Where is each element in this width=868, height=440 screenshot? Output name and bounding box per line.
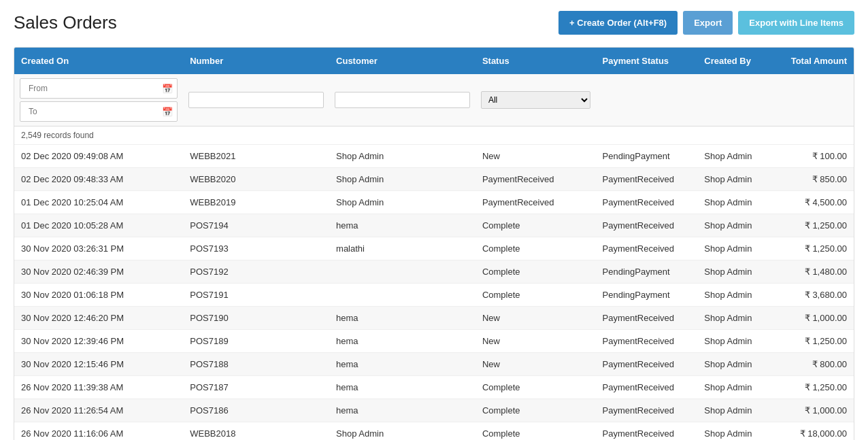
date-to-wrap[interactable]: 📅 (20, 101, 178, 122)
cell-status: Complete (475, 260, 596, 284)
table-row[interactable]: 01 Dec 2020 10:05:28 AM POS7194 hema Com… (14, 214, 854, 237)
cell-customer: malathi (329, 237, 475, 260)
cell-total-amount: ₹ 100.00 (771, 145, 854, 168)
cell-total-amount: ₹ 1,250.00 (771, 330, 854, 353)
cell-customer: hema (329, 399, 475, 422)
filter-row: 📅 📅 (14, 74, 854, 126)
table-row[interactable]: 30 Nov 2020 02:46:39 PM POS7192 Complete… (14, 260, 854, 284)
create-order-button[interactable]: + Create Order (Alt+F8) (558, 11, 678, 35)
table-row[interactable]: 30 Nov 2020 12:46:20 PM POS7190 hema New… (14, 307, 854, 330)
export-button[interactable]: Export (683, 11, 733, 35)
calendar-to-icon[interactable]: 📅 (162, 107, 173, 117)
table-row[interactable]: 30 Nov 2020 12:15:46 PM POS7188 hema New… (14, 353, 854, 376)
cell-customer: hema (329, 376, 475, 399)
orders-table: Created On Number Customer Status Paymen… (14, 48, 854, 440)
cell-payment-status: PaymentReceived (596, 307, 698, 330)
status-filter-select[interactable]: All New Complete PaymentReceived (481, 91, 590, 109)
customer-filter-cell (329, 74, 475, 126)
cell-status: Complete (475, 399, 596, 422)
cell-created-by: Shop Admin (697, 307, 771, 330)
cell-created-on: 01 Dec 2020 10:05:28 AM (14, 214, 183, 237)
cell-total-amount: ₹ 1,250.00 (771, 376, 854, 399)
table-row[interactable]: 30 Nov 2020 12:39:46 PM POS7189 hema New… (14, 330, 854, 353)
cell-status: Complete (475, 284, 596, 307)
cell-number: POS7190 (183, 307, 329, 330)
cell-created-by: Shop Admin (697, 330, 771, 353)
records-count-row: 2,549 records found (14, 126, 854, 145)
cell-payment-status: PaymentReceived (596, 330, 698, 353)
cell-total-amount: ₹ 3,680.00 (771, 284, 854, 307)
page-header: Sales Orders + Create Order (Alt+F8) Exp… (14, 11, 854, 35)
cell-status: Complete (475, 422, 596, 441)
export-line-items-button[interactable]: Export with Line Items (738, 11, 854, 35)
cell-customer (329, 260, 475, 284)
cell-payment-status: PaymentReceived (596, 168, 698, 191)
cell-created-by: Shop Admin (697, 422, 771, 441)
cell-total-amount: ₹ 18,000.00 (771, 422, 854, 441)
table-row[interactable]: 26 Nov 2020 11:16:06 AM WEBB2018 Shop Ad… (14, 422, 854, 441)
payment-status-filter-cell (596, 74, 698, 126)
cell-status: New (475, 353, 596, 376)
cell-number: WEBB2021 (183, 145, 329, 168)
table-row[interactable]: 01 Dec 2020 10:25:04 AM WEBB2019 Shop Ad… (14, 191, 854, 214)
cell-status: PaymentReceived (475, 168, 596, 191)
cell-status: Complete (475, 376, 596, 399)
col-header-payment-status: Payment Status (596, 48, 698, 74)
table-row[interactable]: 26 Nov 2020 11:39:38 AM POS7187 hema Com… (14, 376, 854, 399)
cell-status: Complete (475, 237, 596, 260)
date-from-input[interactable] (24, 81, 162, 96)
cell-customer: Shop Admin (329, 422, 475, 441)
cell-payment-status: PaymentReceived (596, 376, 698, 399)
cell-total-amount: ₹ 4,500.00 (771, 191, 854, 214)
page-title: Sales Orders (14, 12, 117, 33)
number-filter-input[interactable] (188, 92, 324, 108)
date-filter: 📅 📅 (20, 78, 178, 122)
cell-created-on: 30 Nov 2020 12:46:20 PM (14, 307, 183, 330)
cell-number: POS7188 (183, 353, 329, 376)
cell-number: WEBB2020 (183, 168, 329, 191)
date-from-wrap[interactable]: 📅 (20, 78, 178, 99)
date-to-input[interactable] (24, 104, 162, 119)
cell-number: WEBB2018 (183, 422, 329, 441)
cell-created-by: Shop Admin (697, 214, 771, 237)
table-row[interactable]: 26 Nov 2020 11:26:54 AM POS7186 hema Com… (14, 399, 854, 422)
cell-created-by: Shop Admin (697, 168, 771, 191)
orders-table-container: Created On Number Customer Status Paymen… (14, 47, 854, 440)
table-header-row: Created On Number Customer Status Paymen… (14, 48, 854, 74)
cell-created-on: 01 Dec 2020 10:25:04 AM (14, 191, 183, 214)
cell-total-amount: ₹ 800.00 (771, 353, 854, 376)
col-header-number: Number (183, 48, 329, 74)
cell-customer: hema (329, 353, 475, 376)
cell-total-amount: ₹ 1,250.00 (771, 214, 854, 237)
cell-created-on: 30 Nov 2020 12:39:46 PM (14, 330, 183, 353)
cell-created-on: 26 Nov 2020 11:26:54 AM (14, 399, 183, 422)
customer-filter-input[interactable] (335, 92, 470, 108)
table-row[interactable]: 02 Dec 2020 09:49:08 AM WEBB2021 Shop Ad… (14, 145, 854, 168)
cell-total-amount: ₹ 1,480.00 (771, 260, 854, 284)
cell-payment-status: PendingPayment (596, 260, 698, 284)
cell-created-by: Shop Admin (697, 399, 771, 422)
table-row[interactable]: 30 Nov 2020 03:26:31 PM POS7193 malathi … (14, 237, 854, 260)
cell-payment-status: PendingPayment (596, 145, 698, 168)
cell-created-by: Shop Admin (697, 191, 771, 214)
cell-payment-status: PendingPayment (596, 284, 698, 307)
cell-total-amount: ₹ 1,000.00 (771, 307, 854, 330)
cell-number: POS7189 (183, 330, 329, 353)
cell-customer: Shop Admin (329, 191, 475, 214)
cell-created-by: Shop Admin (697, 284, 771, 307)
cell-created-on: 26 Nov 2020 11:39:38 AM (14, 376, 183, 399)
cell-created-by: Shop Admin (697, 260, 771, 284)
cell-payment-status: PaymentReceived (596, 214, 698, 237)
cell-payment-status: PaymentReceived (596, 422, 698, 441)
table-row[interactable]: 02 Dec 2020 09:48:33 AM WEBB2020 Shop Ad… (14, 168, 854, 191)
calendar-from-icon[interactable]: 📅 (162, 84, 173, 94)
cell-status: New (475, 145, 596, 168)
header-buttons: + Create Order (Alt+F8) Export Export wi… (558, 11, 854, 35)
cell-created-by: Shop Admin (697, 237, 771, 260)
cell-status: New (475, 330, 596, 353)
cell-created-on: 02 Dec 2020 09:48:33 AM (14, 168, 183, 191)
number-filter-cell (183, 74, 329, 126)
page-container: Sales Orders + Create Order (Alt+F8) Exp… (0, 0, 868, 440)
table-row[interactable]: 30 Nov 2020 01:06:18 PM POS7191 Complete… (14, 284, 854, 307)
cell-customer: Shop Admin (329, 145, 475, 168)
